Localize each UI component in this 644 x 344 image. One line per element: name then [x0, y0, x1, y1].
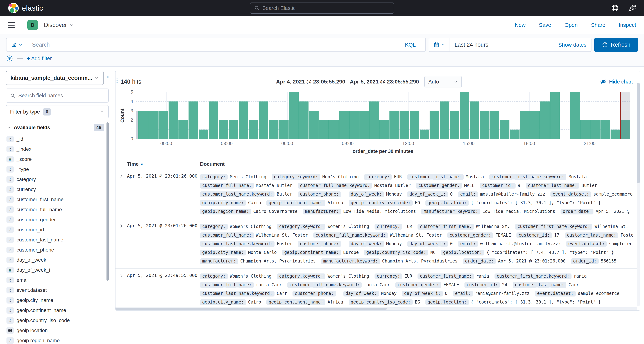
field-item-geoip.city_name[interactable]: tgeoip.city_name — [6, 295, 109, 305]
field-item-geoip.continent_name[interactable]: tgeoip.continent_name — [6, 305, 109, 316]
histogram-bar[interactable] — [138, 111, 148, 139]
time-range-value[interactable]: Last 24 hours — [450, 42, 488, 48]
histogram-bar[interactable] — [550, 92, 560, 139]
histogram-bar[interactable] — [249, 120, 258, 139]
field-item-day_of_week[interactable]: tday_of_week — [6, 255, 109, 265]
field-item-geoip.region_name[interactable]: tgeoip.region_name — [6, 336, 109, 344]
histogram-bar[interactable] — [188, 102, 198, 139]
index-pattern-switcher[interactable]: kibana_sample_data_ecomm... — [6, 71, 104, 85]
whats-new-party-popper-icon[interactable] — [628, 4, 636, 12]
histogram-bar[interactable] — [530, 111, 540, 139]
field-item-geoip.location[interactable]: geoip.location — [6, 326, 109, 336]
query-search-input[interactable] — [32, 42, 405, 48]
field-item-event.dataset[interactable]: tevent.dataset — [6, 285, 109, 295]
horizontal-scrollbar[interactable] — [116, 307, 637, 310]
filter-icon[interactable] — [6, 55, 13, 62]
refresh-button[interactable]: Refresh — [594, 38, 638, 52]
histogram-bar[interactable] — [520, 111, 530, 139]
field-item-customer_full_name[interactable]: tcustomer_full_name — [6, 204, 109, 215]
field-item-_score[interactable]: #_score — [6, 154, 109, 164]
histogram-bar[interactable] — [470, 102, 480, 139]
histogram-bar[interactable] — [168, 102, 178, 139]
histogram-bar[interactable] — [299, 102, 309, 139]
histogram-bar[interactable] — [390, 111, 399, 139]
available-fields-header[interactable]: Available fields 49 — [6, 124, 109, 131]
histogram-bar[interactable] — [580, 120, 590, 139]
histogram-bar[interactable] — [279, 120, 288, 139]
date-picker-calendar-button[interactable] — [429, 38, 450, 52]
field-item-customer_phone[interactable]: tcustomer_phone — [6, 245, 109, 255]
global-search-input[interactable] — [262, 5, 390, 11]
histogram-bar[interactable] — [289, 92, 298, 139]
histogram-bar[interactable] — [400, 111, 409, 139]
histogram-bar[interactable] — [259, 102, 268, 139]
field-search-box[interactable] — [6, 88, 109, 102]
new-button[interactable]: New — [515, 22, 526, 28]
field-item-email[interactable]: temail — [6, 275, 109, 285]
vertical-scrollbar[interactable] — [637, 83, 640, 306]
histogram-bar[interactable] — [329, 120, 339, 139]
histogram-bar[interactable] — [178, 120, 188, 139]
field-item-day_of_week_i[interactable]: #day_of_week_i — [6, 265, 109, 275]
field-search-input[interactable] — [18, 93, 104, 98]
field-item-category[interactable]: tcategory — [6, 174, 109, 184]
space-avatar[interactable]: D — [27, 20, 38, 30]
show-dates-button[interactable]: Show dates — [558, 42, 591, 48]
sort-desc-icon[interactable]: ▼ — [140, 162, 144, 166]
filter-by-type-dropdown[interactable]: Filter by type 0 — [6, 105, 109, 118]
query-language-kql-button[interactable]: KQL — [405, 42, 421, 48]
inspect-button[interactable]: Inspect — [619, 22, 636, 28]
histogram-bar[interactable] — [420, 130, 429, 139]
histogram-bar[interactable] — [570, 92, 580, 139]
histogram-bar[interactable] — [309, 111, 318, 139]
field-item-customer_gender[interactable]: tcustomer_gender — [6, 215, 109, 225]
histogram-bar[interactable] — [380, 120, 389, 139]
global-search-box[interactable] — [250, 2, 394, 14]
histogram-bar[interactable] — [158, 111, 168, 139]
histogram-bar[interactable] — [450, 111, 459, 139]
histogram-bar[interactable] — [349, 111, 359, 139]
panel-resize-handle[interactable] — [116, 78, 118, 83]
histogram-bar[interactable] — [319, 120, 329, 139]
elastic-logo[interactable]: elastic — [8, 2, 43, 14]
histogram-bar[interactable] — [490, 111, 500, 139]
histogram-bar[interactable] — [610, 130, 620, 139]
histogram-bar[interactable] — [430, 111, 439, 139]
add-filter-button[interactable]: + Add filter — [27, 56, 52, 62]
saved-query-menu-button[interactable] — [6, 38, 27, 52]
histogram-bar[interactable] — [500, 120, 510, 139]
field-item-customer_first_name[interactable]: tcustomer_first_name — [6, 194, 109, 204]
field-item-customer_last_name[interactable]: tcustomer_last_name — [6, 235, 109, 245]
field-item-_index[interactable]: t_index — [6, 144, 109, 154]
histogram-bar[interactable] — [198, 130, 208, 139]
expand-row-icon[interactable] — [116, 222, 127, 266]
field-item-_id[interactable]: t_id — [6, 134, 109, 144]
histogram-bar[interactable] — [269, 120, 278, 139]
field-item-customer_id[interactable]: tcustomer_id — [6, 225, 109, 235]
menu-hamburger-icon[interactable] — [8, 22, 15, 28]
histogram-bar[interactable] — [209, 102, 218, 139]
expand-row-icon[interactable] — [116, 172, 127, 216]
histogram-bar[interactable] — [148, 111, 158, 139]
histogram-bar[interactable] — [410, 111, 419, 139]
histogram-bar[interactable] — [600, 120, 610, 139]
save-button[interactable]: Save — [539, 22, 551, 28]
sidebar-scrollbar[interactable] — [106, 122, 109, 281]
histogram-bar[interactable] — [229, 120, 238, 139]
histogram-bar[interactable] — [540, 102, 550, 139]
histogram-bar[interactable] — [369, 102, 379, 139]
open-button[interactable]: Open — [564, 22, 578, 28]
histogram-bar[interactable] — [510, 130, 520, 139]
expand-row-icon[interactable] — [116, 272, 127, 310]
histogram-bar[interactable] — [590, 120, 600, 139]
breadcrumb-app-title[interactable]: Discover — [44, 22, 74, 28]
help-life-buoy-icon[interactable] — [611, 4, 619, 12]
share-button[interactable]: Share — [591, 22, 605, 28]
collapse-sidebar-icon[interactable] — [107, 74, 109, 80]
histogram-bar[interactable] — [339, 111, 349, 139]
histogram-bar[interactable] — [480, 111, 490, 139]
histogram-bar[interactable] — [460, 92, 469, 139]
field-item-_type[interactable]: t_type — [6, 164, 109, 174]
histogram-bar[interactable] — [440, 102, 449, 139]
histogram-bar[interactable] — [360, 111, 369, 139]
